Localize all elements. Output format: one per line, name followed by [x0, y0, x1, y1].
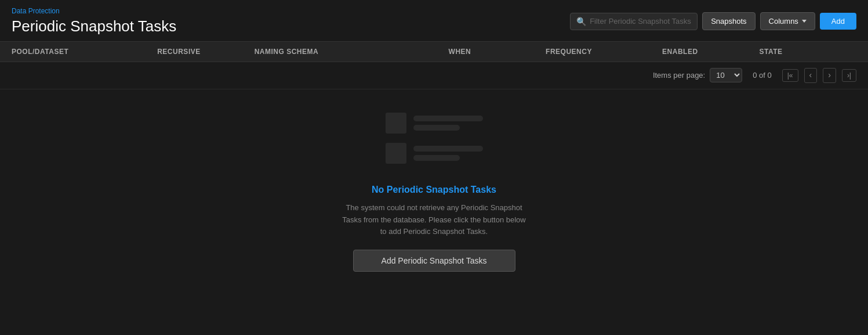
add-button[interactable]: Add [820, 13, 856, 30]
skeleton-line [413, 146, 483, 152]
column-recursive: Recursive [157, 48, 254, 56]
empty-state: No Periodic Snapshot Tasks The system co… [0, 89, 868, 295]
page-header: Data Protection Periodic Snapshot Tasks … [0, 0, 868, 42]
column-frequency: Frequency [546, 48, 662, 56]
last-page-button[interactable]: ›| [842, 69, 856, 82]
items-per-page: Items per page: 5 10 25 50 100 [653, 68, 742, 82]
table-container: Pool/Dataset Recursive Naming Schema Whe… [0, 42, 868, 295]
items-per-page-select[interactable]: 5 10 25 50 100 [710, 68, 742, 82]
skeleton-square-2 [386, 143, 406, 164]
column-naming-schema: Naming Schema [255, 48, 449, 56]
skeleton-line [413, 116, 483, 121]
pagination-row: Items per page: 5 10 25 50 100 0 of 0 |«… [0, 62, 868, 89]
page-title: Periodic Snapshot Tasks [12, 17, 176, 35]
empty-title: No Periodic Snapshot Tasks [372, 185, 496, 195]
breadcrumb[interactable]: Data Protection [12, 7, 176, 15]
items-per-page-label: Items per page: [653, 71, 705, 80]
skeleton-line [413, 155, 460, 161]
snapshots-button[interactable]: Snapshots [702, 12, 755, 30]
skeleton-line [413, 125, 460, 131]
first-page-button[interactable]: |« [782, 69, 798, 82]
empty-illustration [386, 113, 483, 173]
search-icon: 🔍 [576, 17, 586, 26]
next-page-button[interactable]: › [823, 68, 836, 83]
skeleton-group-1 [386, 113, 483, 134]
chevron-down-icon [802, 20, 807, 23]
empty-description: The system could not retrieve any Period… [342, 202, 527, 238]
header-left: Data Protection Periodic Snapshot Tasks [12, 7, 176, 35]
add-periodic-snapshot-tasks-button[interactable]: Add Periodic Snapshot Tasks [353, 250, 515, 272]
skeleton-square-1 [386, 113, 406, 134]
header-top: Data Protection Periodic Snapshot Tasks … [12, 7, 856, 35]
column-when: When [449, 48, 546, 56]
skeleton-lines-1 [413, 116, 483, 131]
table-header: Pool/Dataset Recursive Naming Schema Whe… [0, 42, 868, 62]
columns-label: Columns [769, 17, 798, 26]
header-right: 🔍 Snapshots Columns Add [570, 12, 856, 30]
columns-button[interactable]: Columns [760, 12, 815, 30]
page-info: 0 of 0 [753, 71, 772, 80]
column-state: State [760, 48, 856, 56]
prev-page-button[interactable]: ‹ [804, 68, 818, 83]
search-input[interactable] [590, 17, 691, 26]
skeleton-group-2 [386, 143, 483, 164]
column-pool-dataset: Pool/Dataset [12, 48, 157, 56]
column-enabled: Enabled [662, 48, 759, 56]
search-box: 🔍 [570, 13, 698, 30]
skeleton-lines-2 [413, 146, 483, 161]
